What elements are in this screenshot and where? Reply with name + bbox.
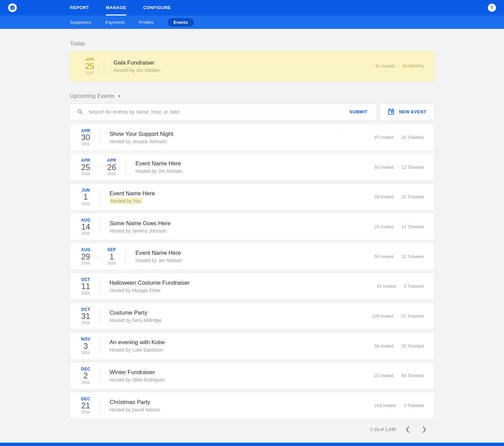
nav-configure[interactable]: CONFIGURE bbox=[143, 0, 171, 15]
invited-count: 50 Invited bbox=[375, 343, 393, 349]
divider bbox=[100, 368, 100, 383]
date-day: 26 bbox=[102, 163, 121, 172]
event-card[interactable]: NOV32016An evening with KobeHosted by Lu… bbox=[70, 332, 434, 360]
event-stats: 21 Invited·43 Ticketed bbox=[375, 373, 424, 378]
date-year: 2016 bbox=[76, 202, 95, 206]
event-card[interactable]: APR252016›APR262016Event Name HereHosted… bbox=[70, 153, 434, 181]
date-block: SEP12016 bbox=[102, 248, 121, 265]
separator-dot: · bbox=[398, 64, 399, 69]
event-stats: 50 Invited·12 Ticketed bbox=[375, 165, 424, 170]
event-title: Event Name Here bbox=[135, 250, 182, 256]
date-block: OCT112016 bbox=[76, 278, 95, 295]
divider bbox=[100, 130, 100, 145]
logo-icon[interactable] bbox=[8, 3, 17, 12]
ticketed-count: 12 Ticketed bbox=[402, 254, 424, 259]
ticketed-count: 43 Ticketed bbox=[402, 373, 424, 378]
nav-report[interactable]: REPORT bbox=[70, 0, 89, 15]
event-info: An evening with KobeHosted by Luke David… bbox=[110, 339, 165, 353]
subnav-profiles[interactable]: Profiles bbox=[139, 20, 153, 25]
event-info: Event Name HereHosted by Jim Nielsen bbox=[135, 250, 182, 263]
date-day: 14 bbox=[76, 222, 95, 231]
divider bbox=[100, 279, 100, 294]
date-month: DEC bbox=[76, 397, 95, 401]
date-block: NOV32016 bbox=[76, 337, 95, 355]
event-info: Costume PartyHosted by Gery Alldridge bbox=[110, 310, 162, 323]
date-month: AUG bbox=[76, 248, 95, 252]
event-title: Winter Fundraiser bbox=[110, 369, 165, 376]
date-block: APR 25 2016 bbox=[80, 57, 99, 75]
event-card[interactable]: OCT112016Halloween Costume FundraiserHos… bbox=[70, 273, 434, 300]
date-block: DEC22016 bbox=[76, 367, 95, 384]
event-host: Hosted by Gery Alldridge bbox=[110, 318, 162, 323]
event-stats: 159 Invited·0 Ticketed bbox=[375, 403, 424, 408]
separator-dot: · bbox=[397, 224, 398, 229]
date-range: AUG142016 bbox=[76, 218, 95, 236]
invited-count: 87 Invited bbox=[375, 135, 393, 140]
event-info: Event Name HereHosted by Jim Nielsen bbox=[135, 160, 182, 174]
event-stats: 87 Invited·24 Ticketed bbox=[375, 135, 424, 140]
new-event-button[interactable]: NEW EVENT bbox=[380, 104, 434, 120]
chevron-right-icon: › bbox=[98, 253, 99, 259]
invited-count: 91 Invited bbox=[377, 284, 396, 289]
date-range: JUN12016 bbox=[76, 188, 95, 206]
divider bbox=[126, 249, 126, 264]
date-year: 2016 bbox=[76, 142, 95, 146]
date-year: 2016 bbox=[76, 231, 95, 235]
separator-dot: · bbox=[397, 135, 398, 140]
avatar[interactable]: T bbox=[488, 4, 496, 12]
date-range: OCT312016 bbox=[76, 308, 95, 325]
invited-count: 125 Invited bbox=[372, 314, 393, 319]
event-host: Hosted by Morgan Ether bbox=[110, 288, 190, 293]
date-range: APR302016 bbox=[76, 129, 95, 146]
date-month: APR bbox=[102, 158, 121, 163]
date-day: 21 bbox=[76, 401, 95, 410]
event-card[interactable]: OCT312016Costume PartyHosted by Gery All… bbox=[70, 302, 434, 330]
subnav-events[interactable]: Events bbox=[168, 18, 194, 27]
event-card[interactable]: DEC22016Winter FundraiserHosted by Stili… bbox=[70, 362, 434, 390]
divider bbox=[100, 398, 100, 413]
subnav-supporters[interactable]: Supporters bbox=[70, 20, 91, 25]
next-page-button[interactable]: ❯ bbox=[420, 425, 429, 434]
event-info: Christmas PartyHosted by David Nelson bbox=[110, 399, 160, 412]
secondary-nav: SupportersPaymentsProfilesEvents bbox=[0, 15, 504, 29]
footer-bar bbox=[0, 443, 504, 446]
nav-manage[interactable]: MANAGE bbox=[106, 0, 126, 15]
subnav-payments[interactable]: Payments bbox=[106, 20, 125, 25]
invited-count: 50 Invited bbox=[375, 254, 393, 259]
invited-count: 50 Invited bbox=[375, 165, 393, 170]
event-host: Hosted by Jim Nielsen bbox=[135, 168, 182, 174]
calendar-icon bbox=[387, 108, 395, 116]
event-card[interactable]: AUG292016›SEP12016Event Name HereHosted … bbox=[70, 243, 434, 270]
date-month: SEP bbox=[102, 248, 121, 252]
invited-count: 24 Invited bbox=[375, 224, 393, 229]
event-title: An evening with Kobe bbox=[110, 339, 165, 346]
date-month: NOV bbox=[76, 337, 95, 341]
search-input[interactable] bbox=[88, 109, 347, 115]
event-host: Hosted by Jeremy Johnson bbox=[110, 228, 170, 234]
event-info: Event Name HereHosted by You bbox=[110, 190, 155, 204]
upcoming-header[interactable]: Upcoming Events ▼ bbox=[70, 93, 434, 99]
date-year: 2016 bbox=[76, 380, 95, 384]
date-day: 25 bbox=[80, 62, 99, 71]
new-event-label: NEW EVENT bbox=[399, 109, 426, 114]
divider bbox=[100, 309, 100, 324]
separator-dot: · bbox=[399, 403, 401, 408]
invited-count: 159 Invited bbox=[375, 403, 396, 408]
event-stats: 50 Invited·25 Ticketed bbox=[375, 343, 424, 349]
event-card[interactable]: JUN12016Event Name HereHosted by You24 I… bbox=[70, 183, 434, 211]
prev-page-button[interactable]: ❮ bbox=[403, 425, 412, 434]
event-card[interactable]: AUG142016Some Name Goes HereHosted by Je… bbox=[70, 213, 434, 241]
date-year: 2016 bbox=[76, 261, 95, 265]
today-event-card[interactable]: APR 25 2016 Gala Fundraiser Hosted by Ji… bbox=[70, 51, 434, 81]
event-stats: 24 Invited·31 Ticketed bbox=[375, 194, 424, 199]
submit-button[interactable]: SUBMIT bbox=[347, 109, 370, 114]
pagination-range: 1-10 of 1,240 bbox=[370, 427, 396, 432]
date-year: 2016 bbox=[76, 321, 95, 325]
date-block: APR262016 bbox=[102, 158, 121, 176]
date-year: 2016 bbox=[102, 172, 121, 176]
event-title: Event Name Here bbox=[110, 190, 155, 197]
event-card[interactable]: APR302016Show Your Support NightHosted b… bbox=[70, 124, 434, 151]
event-card[interactable]: DEC212016Christmas PartyHosted by David … bbox=[70, 392, 434, 419]
date-year: 2016 bbox=[76, 291, 95, 295]
event-stats: 24 Invited·11 Ticketed bbox=[375, 224, 424, 229]
